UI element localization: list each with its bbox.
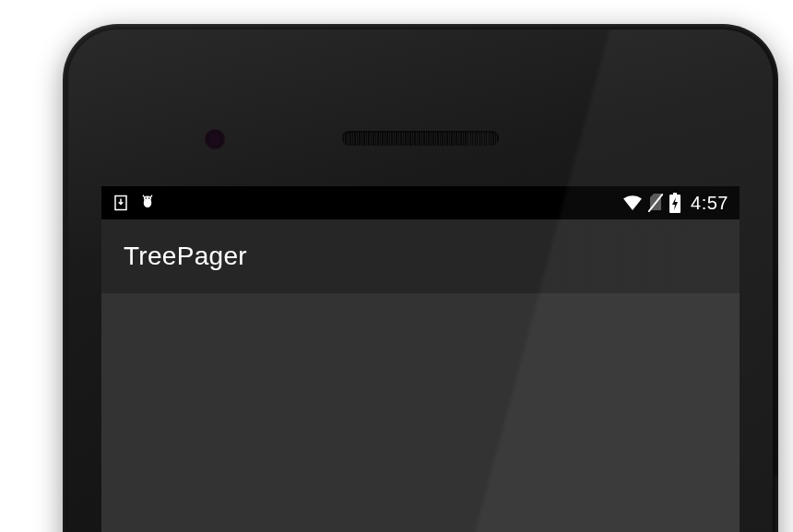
app-title: TreePager: [124, 242, 247, 271]
svg-rect-2: [144, 198, 151, 207]
phone-screen: 4:57 TreePager: [101, 186, 740, 532]
earpiece-speaker: [342, 131, 499, 146]
svg-point-3: [146, 197, 148, 199]
app-action-bar: TreePager: [101, 219, 740, 293]
status-bar-system: 4:57: [622, 193, 728, 214]
phone-bezel: 4:57 TreePager: [68, 30, 773, 532]
svg-point-4: [148, 197, 150, 199]
status-bar-notifications: [112, 194, 157, 212]
no-sim-icon: [648, 194, 663, 212]
download-icon: [112, 195, 129, 211]
status-bar-clock: 4:57: [691, 193, 728, 214]
wifi-icon: [622, 195, 643, 211]
svg-rect-6: [673, 193, 677, 195]
phone-device-frame: 4:57 TreePager: [63, 24, 778, 532]
app-content-area[interactable]: [101, 293, 740, 532]
battery-charging-icon: [669, 193, 681, 213]
power-button[interactable]: [773, 476, 778, 532]
front-camera: [205, 129, 225, 149]
android-debug-icon: [138, 194, 157, 212]
android-status-bar[interactable]: 4:57: [101, 186, 740, 219]
